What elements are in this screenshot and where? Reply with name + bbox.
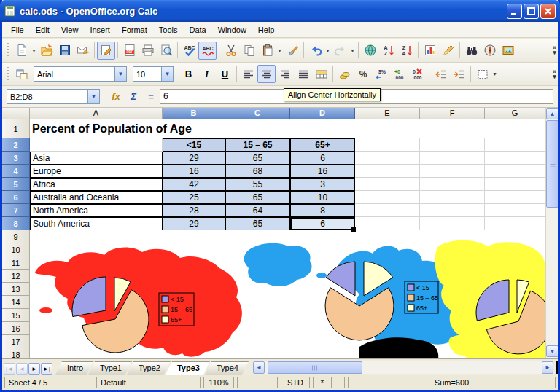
cell-D8-active[interactable]: 6	[290, 217, 355, 230]
cell-E8[interactable]	[355, 217, 420, 230]
cell-D3[interactable]: 6	[290, 152, 355, 165]
auto-spellcheck-button[interactable]: ABC	[198, 42, 217, 60]
cell-G5[interactable]	[485, 178, 545, 191]
row-header-2[interactable]: 2	[2, 138, 30, 152]
cell-E4[interactable]	[355, 165, 420, 178]
cell-D4[interactable]: 16	[290, 165, 355, 178]
first-sheet-button[interactable]: |◄	[4, 363, 15, 375]
navigator-button[interactable]	[481, 42, 499, 60]
column-header-F[interactable]: F	[420, 108, 485, 119]
gallery-button[interactable]	[499, 42, 517, 60]
row-header-5[interactable]: 5	[2, 178, 30, 191]
toolbar-overflow-button[interactable]: »▾	[553, 69, 556, 79]
row-header-17[interactable]: 17	[2, 335, 30, 348]
cell-C4[interactable]: 68	[225, 165, 290, 178]
undo-dropdown[interactable]: ▾	[324, 47, 331, 54]
cell-E7[interactable]	[355, 204, 420, 217]
sheet-tab-intro[interactable]: Intro	[55, 361, 93, 375]
function-wizard-button[interactable]: fx	[107, 91, 125, 102]
copy-button[interactable]	[240, 42, 258, 60]
sheet-tab-type2[interactable]: Type2	[127, 361, 171, 375]
vertical-scroll-thumb[interactable]	[546, 120, 558, 208]
row-header-12[interactable]: 12	[2, 270, 30, 283]
percent-format-button[interactable]: %	[354, 65, 372, 83]
redo-button[interactable]	[331, 42, 349, 60]
column-header-G[interactable]: G	[485, 108, 545, 119]
row-header-13[interactable]: 13	[2, 283, 30, 296]
cell-B5[interactable]: 42	[163, 178, 225, 191]
cell-F2[interactable]	[420, 138, 485, 152]
scroll-left-button[interactable]: ◄	[253, 361, 265, 374]
cell-F8[interactable]	[420, 217, 485, 230]
cell-B7[interactable]: 28	[163, 204, 225, 217]
close-button[interactable]	[540, 4, 556, 19]
menu-help[interactable]: Help	[252, 23, 281, 36]
align-center-button[interactable]	[257, 65, 276, 83]
row-header-3[interactable]: 3	[2, 152, 30, 165]
export-pdf-button[interactable]: PDF	[120, 42, 139, 60]
find-replace-button[interactable]	[462, 42, 481, 60]
status-sum[interactable]: Sum=600	[348, 377, 556, 388]
name-box[interactable]: B2:D8 ▼	[7, 89, 100, 104]
decrease-indent-button[interactable]	[432, 65, 450, 83]
cell-C3[interactable]: 65	[225, 152, 290, 165]
cell-C6[interactable]: 65	[225, 191, 290, 204]
horizontal-scroll-thumb[interactable]	[268, 361, 362, 374]
insert-chart-button[interactable]	[421, 42, 439, 60]
open-button[interactable]	[37, 42, 55, 60]
status-empty-1[interactable]	[237, 377, 278, 388]
cell-D2[interactable]: 65+	[290, 138, 355, 152]
menu-file[interactable]: File	[5, 23, 30, 36]
scroll-down-button[interactable]: ▼	[546, 345, 558, 357]
delete-decimal-button[interactable]: 0000	[408, 65, 427, 83]
status-modified-flag[interactable]: *	[313, 377, 332, 388]
edit-file-button[interactable]	[97, 42, 115, 60]
menu-edit[interactable]: Edit	[30, 23, 55, 36]
font-name-combobox[interactable]: Arial ▼	[34, 66, 127, 82]
undo-button[interactable]	[306, 42, 324, 60]
function-button[interactable]: =	[142, 91, 160, 102]
show-draw-functions-button[interactable]	[439, 42, 457, 60]
new-dropdown[interactable]: ▾	[31, 47, 37, 54]
scroll-right-button[interactable]: ►	[542, 361, 553, 374]
email-button[interactable]	[74, 42, 92, 60]
row-header-14[interactable]: 14	[2, 296, 30, 309]
redo-dropdown[interactable]: ▾	[349, 47, 356, 54]
sheet-tab-type3[interactable]: Type3	[166, 361, 210, 375]
status-empty-2[interactable]	[335, 377, 345, 388]
status-selection-mode[interactable]: STD	[281, 377, 310, 388]
sum-button[interactable]: Σ	[125, 91, 142, 102]
bold-button[interactable]: B	[179, 65, 198, 83]
selection-fill-handle[interactable]	[351, 227, 356, 232]
underline-button[interactable]: U	[216, 65, 234, 83]
cell-C8[interactable]: 65	[225, 217, 290, 230]
merge-cells-button[interactable]	[312, 65, 330, 83]
new-button[interactable]	[12, 42, 31, 60]
column-header-C[interactable]: C	[225, 108, 290, 119]
row-header-11[interactable]: 11	[2, 256, 30, 270]
menu-format[interactable]: Format	[116, 23, 153, 36]
cell-G8[interactable]	[485, 217, 545, 230]
cell-A1-title[interactable]: Percent of Population of Age	[30, 119, 545, 138]
scroll-up-button[interactable]: ▲	[546, 108, 558, 119]
sheet-tab-type1[interactable]: Type1	[88, 361, 132, 375]
justify-button[interactable]	[294, 65, 312, 83]
cell-A5[interactable]: Africa	[30, 178, 163, 191]
cell-G7[interactable]	[485, 204, 545, 217]
standard-format-button[interactable]: $%	[372, 65, 390, 83]
select-all-corner[interactable]	[2, 108, 30, 119]
vertical-scrollbar[interactable]: ▲ ▼	[545, 108, 558, 358]
hyperlink-button[interactable]	[361, 42, 379, 60]
cell-C2[interactable]: 15 – 65	[225, 138, 290, 152]
currency-format-button[interactable]	[335, 65, 354, 83]
cell-G6[interactable]	[485, 191, 545, 204]
cell-B2[interactable]: <15	[163, 138, 225, 152]
page-preview-button[interactable]	[157, 42, 175, 60]
cell-D6[interactable]: 10	[290, 191, 355, 204]
font-size-dropdown-icon[interactable]: ▼	[161, 67, 173, 81]
menu-insert[interactable]: Insert	[84, 23, 116, 36]
maximize-button[interactable]	[524, 4, 539, 19]
cell-B4[interactable]: 16	[163, 165, 225, 178]
save-button[interactable]	[55, 42, 74, 60]
title-bar[interactable]: calc.ods - OpenOffice.org Calc	[0, 0, 560, 22]
